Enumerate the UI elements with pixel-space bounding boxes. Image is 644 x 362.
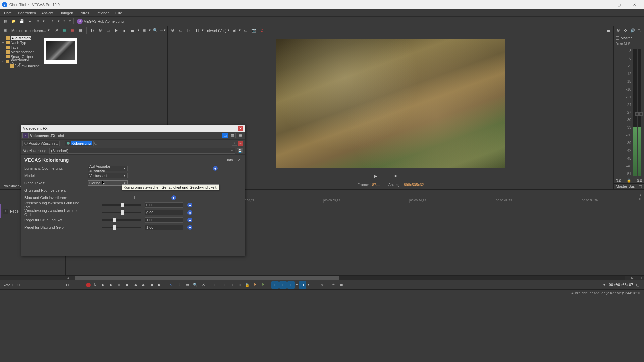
overlay-icon[interactable]: ⊞ bbox=[230, 27, 238, 34]
properties-icon[interactable]: ⚙ bbox=[34, 18, 42, 25]
slider-thumb[interactable] bbox=[121, 203, 124, 207]
stop-icon[interactable]: ■ bbox=[392, 172, 399, 180]
bypass-toggle[interactable] bbox=[67, 142, 70, 145]
toolbar-icon[interactable]: ▦ bbox=[77, 27, 84, 34]
new-icon[interactable]: ▤ bbox=[2, 18, 9, 25]
pause-icon[interactable]: ⏸ bbox=[382, 172, 389, 180]
render-icon[interactable]: ▸ bbox=[26, 18, 34, 25]
split-icon[interactable]: ◧ bbox=[193, 27, 201, 34]
record-button[interactable] bbox=[86, 283, 91, 287]
dropdown-icon[interactable]: ▼ bbox=[163, 29, 166, 32]
menu-hilfe[interactable]: Hilfe bbox=[112, 10, 125, 16]
gear-icon[interactable]: ⚙ bbox=[97, 27, 104, 34]
control-button[interactable]: ⊕ bbox=[620, 42, 623, 46]
tool-icon[interactable]: ⊛ bbox=[318, 281, 326, 289]
preview-icon[interactable]: ▭ bbox=[177, 27, 184, 34]
value-field[interactable]: 0,00 bbox=[145, 202, 183, 208]
selection-tool-icon[interactable]: ▭ bbox=[183, 281, 191, 289]
split-icon[interactable]: ⊟ bbox=[227, 281, 235, 289]
toolbar-icon[interactable]: ▦ bbox=[69, 27, 76, 34]
tree-item-storyboard-folders[interactable]: -Storyboard-Ordner bbox=[1, 59, 41, 64]
value-field[interactable]: 0,00 bbox=[145, 210, 183, 215]
preset-combo[interactable]: (Standard)▼ bbox=[49, 148, 235, 154]
slider[interactable] bbox=[102, 227, 141, 228]
slider[interactable] bbox=[102, 219, 141, 221]
go-end-icon[interactable]: ⏭ bbox=[140, 281, 147, 289]
save-preset-button[interactable]: 💾 bbox=[237, 148, 243, 153]
menu-bearbeiten[interactable]: Bearbeiten bbox=[15, 10, 39, 16]
menu-einfuegen[interactable]: Einfügen bbox=[56, 10, 76, 16]
animate-button[interactable]: ◆ bbox=[187, 203, 192, 207]
play-icon[interactable]: ▶ bbox=[372, 172, 379, 180]
scroll-thumb[interactable] bbox=[75, 276, 339, 280]
lock-icon[interactable]: 🔒 bbox=[244, 281, 251, 289]
dropdown-icon[interactable]: ▼ bbox=[42, 20, 45, 23]
marker-icon[interactable]: ⊕ bbox=[638, 197, 643, 201]
open-icon[interactable]: 📁 bbox=[10, 18, 17, 25]
trim-icon[interactable]: ⊐ bbox=[219, 281, 227, 289]
save-icon[interactable]: 💾 bbox=[18, 18, 25, 25]
tool-icon[interactable]: ⊞ bbox=[338, 281, 345, 289]
mute-button[interactable]: M bbox=[624, 42, 627, 46]
play-icon[interactable]: ▶ bbox=[113, 27, 120, 34]
list-icon[interactable]: ☰ bbox=[605, 27, 612, 34]
tree-item-by-type[interactable]: +Nach Typ bbox=[1, 40, 41, 45]
timecode-display[interactable]: 00:00:06;07 bbox=[609, 283, 633, 287]
fx-button[interactable]: fx bbox=[616, 42, 619, 46]
go-start-icon[interactable]: ⏮ bbox=[131, 281, 139, 289]
remove-fx-button[interactable]: − bbox=[238, 141, 243, 146]
prev-frame-icon[interactable]: ◀ bbox=[148, 281, 155, 289]
gear-icon[interactable]: ⚙ bbox=[615, 27, 621, 34]
zoom-out-icon[interactable]: − bbox=[635, 276, 639, 280]
gear-icon[interactable]: ⚙ bbox=[169, 27, 176, 34]
quality-label[interactable]: Entwurf (Voll) bbox=[205, 28, 226, 33]
play-icon[interactable]: ▶ bbox=[107, 281, 115, 289]
slider-thumb[interactable] bbox=[121, 210, 124, 215]
solo-button[interactable]: S bbox=[628, 42, 630, 46]
dropdown-icon[interactable]: ▼ bbox=[238, 29, 241, 32]
expand-icon[interactable]: ▢ bbox=[634, 281, 641, 289]
snapshot-icon[interactable]: 📷 bbox=[250, 27, 257, 34]
maximize-button[interactable]: ▢ bbox=[611, 0, 627, 9]
scroll-right-icon[interactable]: ▶ bbox=[630, 276, 635, 280]
dropdown-icon[interactable]: ▼ bbox=[307, 283, 310, 286]
redo-icon[interactable]: ↷ bbox=[61, 18, 68, 25]
tree-item-tags[interactable]: +Tags bbox=[1, 45, 41, 50]
tree-item-media-folders[interactable]: Medienordner bbox=[1, 50, 41, 54]
undo-dropdown-icon[interactable]: ▼ bbox=[57, 20, 60, 23]
animate-button[interactable]: ◆ bbox=[171, 195, 176, 200]
toolbar-icon[interactable]: ⊹ bbox=[622, 27, 628, 34]
animate-button[interactable]: ◆ bbox=[187, 210, 192, 215]
tree-item-all-media[interactable]: Alle Medien bbox=[1, 36, 41, 40]
tool-icon[interactable]: ⊹ bbox=[175, 281, 183, 289]
dropdown-icon[interactable]: ▼ bbox=[227, 29, 230, 32]
view-mode-button[interactable]: ▭ bbox=[222, 133, 228, 138]
slider-thumb[interactable] bbox=[113, 218, 116, 222]
bypass-toggle[interactable] bbox=[24, 142, 28, 145]
tool-icon[interactable]: ⊞ bbox=[235, 281, 243, 289]
toolbar-icon[interactable]: ☰ bbox=[129, 27, 136, 34]
info-link[interactable]: Info bbox=[227, 158, 233, 162]
menu-extras[interactable]: Extras bbox=[76, 10, 92, 16]
marker-icon[interactable]: ▾ bbox=[601, 281, 608, 289]
media-icon[interactable]: ▦ bbox=[1, 27, 9, 34]
media-thumbnail[interactable] bbox=[44, 38, 77, 64]
vegas-hub-button[interactable]: H VEGAS Hub Abmeldung bbox=[77, 19, 124, 24]
snap-icon[interactable]: ⊔ bbox=[271, 281, 279, 289]
slider[interactable] bbox=[102, 204, 141, 206]
toolbar-icon[interactable]: ▭ bbox=[105, 27, 112, 34]
scroll-track[interactable] bbox=[75, 276, 625, 280]
pause-icon[interactable]: ⏸ bbox=[115, 281, 123, 289]
view-mode-button[interactable]: ▥ bbox=[230, 133, 236, 138]
slider[interactable] bbox=[102, 212, 141, 213]
modell-combo[interactable]: Verbessert▼ bbox=[88, 173, 128, 178]
menu-ansicht[interactable]: Ansicht bbox=[39, 10, 56, 16]
expand-icon[interactable]: ▢ bbox=[639, 184, 642, 189]
close-button[interactable]: ✕ bbox=[627, 0, 642, 9]
zoom-tool-icon[interactable]: 🔍 bbox=[192, 281, 199, 289]
redo-dropdown-icon[interactable]: ▼ bbox=[69, 20, 71, 23]
dropdown-icon[interactable]: ▼ bbox=[296, 283, 298, 286]
fx-icon[interactable]: fx bbox=[185, 27, 193, 34]
trim-icon[interactable]: ⊏ bbox=[211, 281, 219, 289]
view-mode-button[interactable]: ▦ bbox=[237, 133, 243, 138]
